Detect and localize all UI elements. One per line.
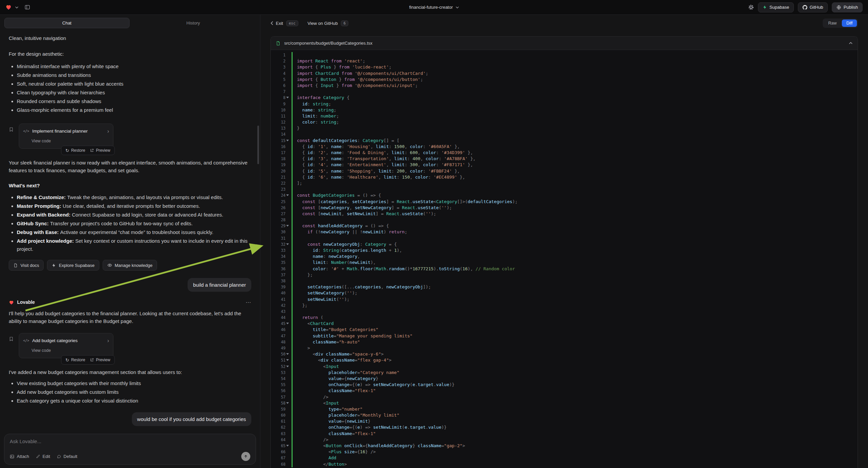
code-text: className="flex-1" <box>291 431 858 437</box>
visit-docs-button[interactable]: Visit docs <box>9 260 43 271</box>
code-line: 60 placeholder="Monthly limit" <box>271 412 858 418</box>
fold-chevron-icon[interactable] <box>286 353 289 355</box>
explore-supabase-button[interactable]: Explore Supabase <box>47 260 99 271</box>
code-line: 50 <div className="space-y-6"> <box>271 351 858 357</box>
github-button[interactable]: GitHub <box>798 2 828 12</box>
code-text: </Button> <box>291 461 858 467</box>
supabase-button[interactable]: Supabase <box>758 2 794 12</box>
code-line: 5import { Button } from '@/components/ui… <box>271 77 858 83</box>
code-text: color: '#' + Math.floor(Math.random()*16… <box>291 266 858 272</box>
fold-chevron-icon[interactable] <box>286 323 289 324</box>
code-text: <Input <box>291 400 858 406</box>
send-button[interactable] <box>241 452 250 461</box>
code-line: 3import { Plus } from 'lucide-react'; <box>271 64 858 70</box>
bookmark-icon[interactable] <box>9 126 14 134</box>
next-step-item: Master Prompting: Use clear, detailed, a… <box>17 202 251 210</box>
code-line: 57 /> <box>271 394 858 400</box>
line-number: 41 <box>271 296 291 302</box>
code-text: } <box>291 125 858 131</box>
restore-icon: ↻ <box>65 148 69 153</box>
line-number: 49 <box>271 345 291 351</box>
code-line: 38 <box>271 278 858 284</box>
code-line: 29 const handleAddCategory = () => { <box>271 223 858 229</box>
code-line: 16 { id: '1', name: 'Housing', limit: 15… <box>271 144 858 150</box>
code-scroll-area[interactable]: 1 2import React from 'react';3import { P… <box>271 50 858 468</box>
fold-chevron-icon[interactable] <box>286 225 289 227</box>
sidebar-toggle-icon[interactable] <box>25 4 30 10</box>
workspace-chevron-icon[interactable] <box>15 6 19 8</box>
code-text: className="h-auto" <box>291 339 858 345</box>
supabase-bolt-icon <box>52 263 56 268</box>
code-line: 55 onChange={(e) => setNewCategory(e.tar… <box>271 382 858 388</box>
line-number: 48 <box>271 339 291 345</box>
github-mark-icon <box>803 5 807 10</box>
publish-button[interactable]: Publish <box>832 2 863 12</box>
bookmark-icon[interactable] <box>9 336 14 344</box>
fold-chevron-icon[interactable] <box>286 359 289 361</box>
line-number: 13 <box>271 125 291 131</box>
restore-preview-toolbar: ↻ Restore Preview <box>61 355 115 364</box>
restore-button[interactable]: ↻ Restore <box>65 148 85 153</box>
whats-next-heading: What's next? <box>9 182 251 189</box>
line-number: 60 <box>271 412 291 418</box>
chat-scrollbar[interactable] <box>257 125 259 164</box>
code-text: color: string; <box>291 119 858 125</box>
code-text: <div className="flex gap-4"> <box>291 357 858 363</box>
code-text: <ChartCard <box>291 321 858 327</box>
project-switcher[interactable]: financial-future-creator <box>409 5 459 10</box>
fold-chevron-icon[interactable] <box>286 402 289 404</box>
file-header[interactable]: src/components/budget/BudgetCategories.t… <box>271 37 858 50</box>
code-line: 63 className="flex-1" <box>271 431 858 437</box>
fold-chevron-icon[interactable] <box>286 243 289 245</box>
next-step-item: GitHub Sync: Transfer your project's cod… <box>17 220 251 228</box>
exit-button[interactable]: Exit <box>271 21 283 26</box>
collapse-chevron-icon[interactable] <box>849 42 852 44</box>
code-text: name: string; <box>291 107 858 113</box>
code-line: 42 }; <box>271 302 858 309</box>
attach-button[interactable]: Attach <box>10 454 29 459</box>
line-number: 55 <box>271 382 291 388</box>
line-number: 25 <box>271 199 291 205</box>
view-on-github-link[interactable]: View on GitHub 6 <box>308 21 349 26</box>
code-line: 27 const [newLimit, setNewLimit] = React… <box>271 211 858 217</box>
message-menu-icon[interactable]: ⋯ <box>246 299 251 305</box>
line-number: 67 <box>271 455 291 461</box>
fold-chevron-icon[interactable] <box>286 140 289 141</box>
chat-input[interactable] <box>10 438 250 447</box>
tab-history[interactable]: History <box>131 18 256 28</box>
code-text: }; <box>291 302 858 309</box>
line-number: 26 <box>271 205 291 211</box>
view-code-link[interactable]: View code <box>23 347 109 354</box>
github-count-badge: 6 <box>341 21 349 26</box>
exit-label: Exit <box>276 21 283 26</box>
line-number: 36 <box>271 266 291 272</box>
diff-toggle-button[interactable]: Diff <box>842 20 857 27</box>
fold-chevron-icon[interactable] <box>286 195 289 196</box>
quick-actions: Visit docs Explore Supabase Manage knowl… <box>9 260 251 271</box>
fold-chevron-icon[interactable] <box>286 445 289 446</box>
aesthetic-heading: For the design aesthetic: <box>9 50 251 58</box>
tool-card-title: Add budget categories <box>32 337 78 345</box>
tab-chat[interactable]: Chat <box>4 18 129 28</box>
mode-selector[interactable]: Default <box>57 454 77 459</box>
file-added-icon <box>276 41 280 46</box>
tool-card-implement-financial-planner[interactable]: </> Implement financial planner › View c… <box>19 123 114 149</box>
preview-button[interactable]: Preview <box>90 357 111 362</box>
user-message: build a financial planner <box>188 278 251 292</box>
raw-toggle-button[interactable]: Raw <box>824 20 841 27</box>
preview-button[interactable]: Preview <box>90 148 111 153</box>
fold-chevron-icon[interactable] <box>286 365 289 367</box>
chat-messages: Clean, intuitive navigation For the desi… <box>0 30 260 431</box>
view-code-link[interactable]: View code <box>23 137 109 145</box>
fold-chevron-icon[interactable] <box>286 97 289 98</box>
line-number: 35 <box>271 260 291 266</box>
line-number: 57 <box>271 394 291 400</box>
tool-card-add-budget-categories[interactable]: </> Add budget categories › View code <box>19 333 114 358</box>
code-line: 61 value={newLimit} <box>271 418 858 425</box>
lovable-logo-icon[interactable] <box>5 4 12 10</box>
code-text: const [newLimit, setNewLimit] = React.us… <box>291 211 858 217</box>
restore-button[interactable]: ↻ Restore <box>65 357 85 362</box>
manage-knowledge-button[interactable]: Manage knowledge <box>103 260 157 271</box>
settings-gear-icon[interactable] <box>748 4 754 10</box>
edit-mode-button[interactable]: Edit <box>36 454 50 459</box>
